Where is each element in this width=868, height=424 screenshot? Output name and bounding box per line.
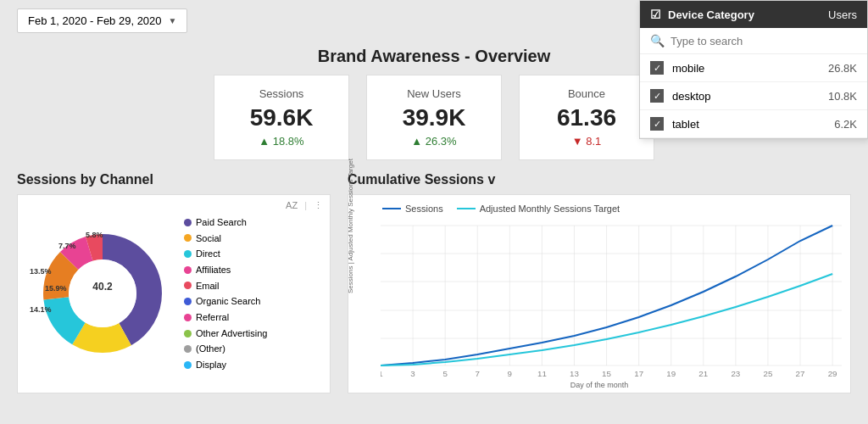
- legend-label-social: Social: [196, 231, 221, 247]
- arrow-up-new-users: [411, 135, 425, 148]
- legend-dot-direct: [184, 250, 192, 258]
- cumulative-chart-svg: 60K 40K 20K 0 1 3 5 7 9 11 13 15 17 19 2: [381, 217, 842, 378]
- mobile-count: 26.8K: [828, 62, 857, 75]
- desktop-count: 10.8K: [828, 90, 857, 103]
- dropdown-item-desktop[interactable]: ✓ desktop 10.8K: [640, 82, 867, 110]
- metric-card-sessions: Sessions 59.6K 18.8%: [214, 75, 349, 160]
- metric-change-sessions: 18.8%: [240, 135, 323, 148]
- legend-label-referral: Referral: [196, 310, 229, 326]
- svg-text:15: 15: [602, 369, 611, 378]
- search-icon: 🔍: [650, 34, 665, 47]
- legend-dot-other-advertising: [184, 330, 192, 338]
- legend-item-referral: Referral: [184, 310, 267, 326]
- legend-label-organic: Organic Search: [196, 293, 260, 310]
- mobile-label: mobile: [672, 62, 704, 75]
- adjusted-line-indicator: [457, 208, 476, 209]
- dropdown-header-label: Device Category: [668, 8, 754, 21]
- date-range-picker[interactable]: Feb 1, 2020 - Feb 29, 2020 ▼: [17, 8, 187, 33]
- dropdown-item-mobile[interactable]: ✓ mobile 26.8K: [640, 54, 867, 82]
- svg-text:13: 13: [570, 369, 579, 378]
- sessions-line-indicator: [382, 208, 401, 209]
- date-picker-arrow: ▼: [169, 16, 177, 25]
- legend-item-email: Email: [184, 278, 267, 294]
- svg-text:9: 9: [508, 369, 512, 378]
- metric-label-new-users: New Users: [392, 87, 476, 100]
- adjusted-legend-label: Adjusted Monthly Sessions Target: [480, 204, 620, 214]
- svg-text:23: 23: [731, 369, 740, 378]
- chart-toolbar: AZ | ⋮: [286, 200, 323, 211]
- legend-label-direct: Direct: [196, 246, 220, 262]
- legend-adjusted-target: Adjusted Monthly Sessions Target: [457, 204, 620, 214]
- svg-text:3: 3: [410, 369, 415, 378]
- metric-value-bounce: 61.36: [545, 105, 628, 131]
- sessions-legend-label: Sessions: [405, 204, 443, 214]
- svg-text:17: 17: [634, 369, 643, 378]
- arrow-down-bounce: [572, 135, 586, 148]
- metric-value-sessions: 59.6K: [240, 105, 323, 131]
- tablet-count: 6.2K: [834, 118, 857, 131]
- legend-label-other-advertising: Other Advertising: [196, 326, 267, 342]
- metric-value-new-users: 39.9K: [392, 105, 476, 131]
- legend-item-other-advertising: Other Advertising: [184, 326, 267, 342]
- legend-item-social: Social: [184, 231, 267, 247]
- svg-text:7: 7: [476, 369, 480, 378]
- metric-card-bounce: Bounce 61.36 8.1: [519, 75, 654, 160]
- metric-change-new-users: 26.3%: [392, 135, 476, 148]
- chart-legend-row: Sessions Adjusted Monthly Sessions Targe…: [382, 204, 842, 214]
- dropdown-header-check: ☑: [650, 8, 661, 21]
- svg-text:40.2: 40.2: [92, 281, 113, 293]
- legend-sessions: Sessions: [382, 204, 443, 214]
- legend-dot-organic: [184, 298, 192, 305]
- dropdown-search-bar[interactable]: 🔍: [640, 28, 867, 54]
- legend-dot-other: [184, 345, 192, 353]
- channel-section-title: Sessions by Channel: [17, 172, 331, 187]
- dropdown-header: ☑ Device Category Users: [640, 1, 867, 28]
- mobile-checkbox[interactable]: ✓: [650, 61, 664, 75]
- legend-dot-paid-search: [184, 219, 192, 226]
- channel-chart-box: AZ | ⋮: [17, 194, 331, 393]
- tablet-checkbox[interactable]: ✓: [650, 117, 664, 131]
- donut-chart: 40.2: [35, 226, 170, 361]
- legend-dot-social: [184, 234, 192, 242]
- cumulative-section: Cumulative Sessions v Sessions Adjusted …: [348, 172, 851, 410]
- pct-label-social: 7.7%: [58, 242, 76, 250]
- metric-label-sessions: Sessions: [240, 87, 323, 100]
- dropdown-search-input[interactable]: [670, 35, 857, 47]
- sort-button[interactable]: AZ: [286, 200, 298, 210]
- legend-item-other: (Other): [184, 341, 267, 357]
- desktop-label: desktop: [672, 90, 711, 103]
- metric-card-new-users: New Users 39.9K 26.3%: [366, 75, 502, 160]
- channel-section: Sessions by Channel AZ | ⋮: [17, 172, 331, 410]
- svg-text:25: 25: [764, 369, 773, 378]
- legend-item-organic: Organic Search: [184, 293, 267, 310]
- legend-item-affiliates: Affiliates: [184, 262, 267, 278]
- svg-text:27: 27: [796, 369, 805, 378]
- svg-text:21: 21: [698, 369, 708, 378]
- legend-dot-display: [184, 361, 192, 369]
- pct-label-direct: 14.1%: [30, 305, 52, 314]
- svg-text:29: 29: [828, 369, 837, 378]
- bottom-section: Sessions by Channel AZ | ⋮: [0, 172, 868, 410]
- dropdown-overlay: ☑ Device Category Users 🔍 ✓ mobile 26.8K…: [639, 0, 868, 139]
- menu-button[interactable]: ⋮: [314, 200, 323, 211]
- legend-item-display: Display: [184, 357, 267, 373]
- pct-label-display: 15.9%: [45, 284, 67, 293]
- legend-item-paid-search: Paid Search: [184, 215, 267, 231]
- dropdown-users-label: Users: [828, 8, 857, 21]
- dropdown-item-tablet[interactable]: ✓ tablet 6.2K: [640, 110, 867, 138]
- y-axis-label: Sessions | Adjusted Monthly Sessions Tar…: [347, 166, 354, 293]
- legend-label-display: Display: [196, 357, 226, 373]
- svg-text:1: 1: [381, 369, 383, 378]
- svg-text:11: 11: [537, 369, 547, 378]
- metric-change-bounce: 8.1: [545, 135, 628, 148]
- tablet-label: tablet: [672, 118, 699, 131]
- svg-point-7: [69, 259, 136, 327]
- desktop-checkbox[interactable]: ✓: [650, 89, 664, 103]
- svg-text:19: 19: [666, 369, 676, 378]
- x-axis-label: Day of the month: [570, 381, 629, 389]
- legend-label-other: (Other): [196, 341, 225, 357]
- pct-label-organic: 13.5%: [30, 267, 52, 276]
- svg-text:5: 5: [442, 369, 447, 378]
- legend-label-email: Email: [196, 278, 220, 294]
- arrow-up-sessions: [259, 135, 272, 148]
